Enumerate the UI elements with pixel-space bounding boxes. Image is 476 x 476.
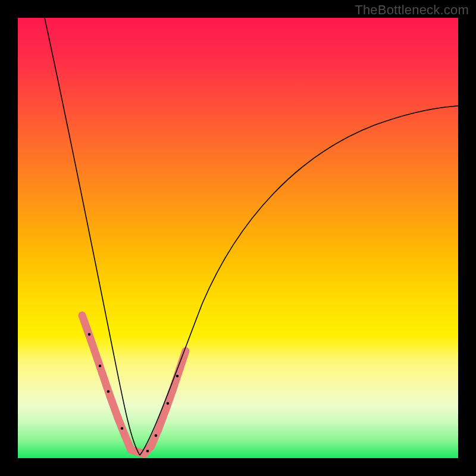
chart-frame: TheBottleneck.com: [0, 0, 476, 476]
dot: [176, 375, 179, 378]
band-seg: [82, 315, 92, 344]
dot: [121, 427, 124, 430]
watermark-text: TheBottleneck.com: [355, 2, 469, 18]
dot: [99, 365, 102, 368]
plot-area: [18, 18, 458, 458]
highlight-bands: [82, 315, 186, 454]
dot: [146, 450, 149, 453]
curve-layer: [18, 18, 458, 458]
bottleneck-curve-left: [45, 18, 140, 455]
dot: [167, 402, 170, 405]
band-seg: [92, 344, 102, 374]
dot: [155, 434, 158, 437]
dot: [88, 333, 91, 336]
highlight-dots: [88, 333, 179, 453]
dot: [107, 390, 110, 393]
bottleneck-curve-right: [140, 106, 458, 455]
